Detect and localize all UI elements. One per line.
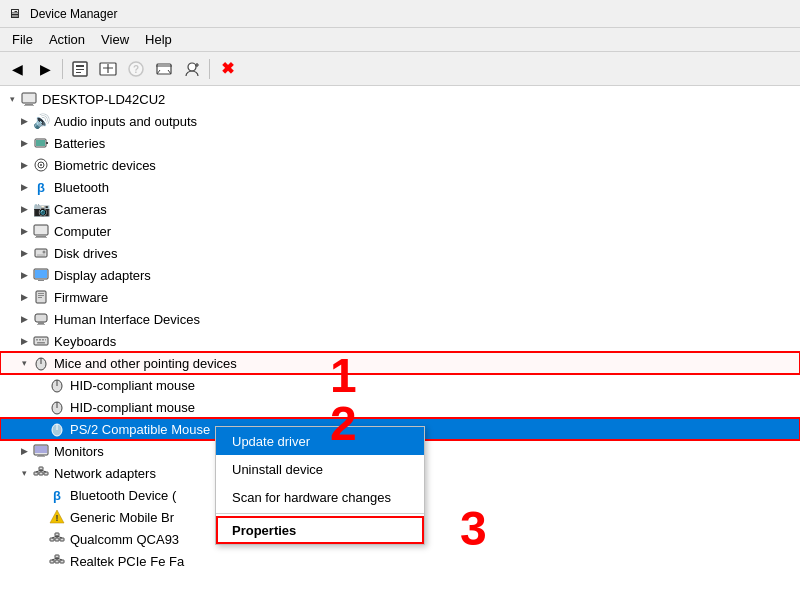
bluetooth-icon: β bbox=[32, 178, 50, 196]
svg-rect-21 bbox=[35, 249, 47, 257]
ps2-mouse-icon bbox=[48, 420, 66, 438]
tree-label-audio: Audio inputs and outputs bbox=[54, 114, 197, 129]
svg-rect-54 bbox=[39, 472, 43, 475]
title-bar-icon: 🖥 bbox=[8, 6, 24, 22]
expand-mice[interactable]: ▾ bbox=[16, 355, 32, 371]
batteries-icon bbox=[32, 134, 50, 152]
context-menu-scan-changes[interactable]: Scan for hardware changes bbox=[216, 483, 424, 511]
svg-rect-33 bbox=[37, 324, 45, 325]
tree-item-hid-mouse2[interactable]: ▶ HID-compliant mouse bbox=[0, 396, 800, 418]
disk-icon bbox=[32, 244, 50, 262]
update-button[interactable] bbox=[95, 56, 121, 82]
mice-icon bbox=[32, 354, 50, 372]
svg-point-17 bbox=[40, 164, 42, 166]
expand-hid[interactable]: ▶ bbox=[16, 311, 32, 327]
title-bar-text: Device Manager bbox=[30, 7, 117, 21]
cameras-icon: 📷 bbox=[32, 200, 50, 218]
expand-bluetooth[interactable]: ▶ bbox=[16, 179, 32, 195]
svg-rect-69 bbox=[50, 560, 54, 563]
add-device-button[interactable] bbox=[179, 56, 205, 82]
svg-rect-37 bbox=[42, 339, 44, 341]
expand-audio[interactable]: ▶ bbox=[16, 113, 32, 129]
svg-rect-30 bbox=[38, 297, 42, 298]
tree-label-computer: DESKTOP-LD42CU2 bbox=[42, 92, 165, 107]
expand-keyboards[interactable]: ▶ bbox=[16, 333, 32, 349]
tree-item-computer-cat[interactable]: ▶ Computer bbox=[0, 220, 800, 242]
svg-rect-63 bbox=[55, 538, 59, 541]
tree-label-biometric: Biometric devices bbox=[54, 158, 156, 173]
svg-rect-26 bbox=[38, 280, 44, 281]
svg-rect-50 bbox=[38, 455, 44, 456]
svg-rect-62 bbox=[50, 538, 54, 541]
context-menu-uninstall-device[interactable]: Uninstall device bbox=[216, 455, 424, 483]
svg-rect-32 bbox=[38, 322, 44, 324]
tree-item-display[interactable]: ▶ Display adapters bbox=[0, 264, 800, 286]
uninstall-button[interactable]: ? bbox=[123, 56, 149, 82]
tree-label-display: Display adapters bbox=[54, 268, 151, 283]
svg-rect-64 bbox=[60, 538, 64, 541]
hid-mouse1-icon bbox=[48, 376, 66, 394]
tree-label-disk: Disk drives bbox=[54, 246, 118, 261]
tree-item-cameras[interactable]: ▶ 📷 Cameras bbox=[0, 198, 800, 220]
tree-item-disk[interactable]: ▶ Disk drives bbox=[0, 242, 800, 264]
hid-mouse2-icon bbox=[48, 398, 66, 416]
expand-display[interactable]: ▶ bbox=[16, 267, 32, 283]
toolbar-separator-2 bbox=[209, 59, 210, 79]
svg-rect-52 bbox=[39, 467, 43, 470]
realtek-icon bbox=[48, 552, 66, 570]
svg-rect-68 bbox=[55, 555, 59, 558]
tree-label-bluetooth-device: Bluetooth Device ( bbox=[70, 488, 176, 503]
svg-rect-35 bbox=[36, 339, 38, 341]
tree-item-mice[interactable]: ▾ Mice and other pointing devices bbox=[0, 352, 800, 374]
menu-help[interactable]: Help bbox=[137, 30, 180, 49]
tree-label-realtek: Realtek PCIe Fe Fa bbox=[70, 554, 184, 569]
tree-item-keyboards[interactable]: ▶ Keyboards bbox=[0, 330, 800, 352]
context-menu-update-driver[interactable]: Update driver bbox=[216, 427, 424, 455]
menu-file[interactable]: File bbox=[4, 30, 41, 49]
menu-view[interactable]: View bbox=[93, 30, 137, 49]
bluetooth-device-icon: β bbox=[48, 486, 66, 504]
expand-monitors[interactable]: ▶ bbox=[16, 443, 32, 459]
tree-label-generic-mobile: Generic Mobile Br bbox=[70, 510, 174, 525]
svg-rect-29 bbox=[38, 295, 44, 296]
tree-item-computer[interactable]: ▾ DESKTOP-LD42CU2 bbox=[0, 88, 800, 110]
tree-label-batteries: Batteries bbox=[54, 136, 105, 151]
expand-computer[interactable]: ▾ bbox=[4, 91, 20, 107]
tree-item-realtek[interactable]: ▶ Realtek PCIe Fe Fa bbox=[0, 550, 800, 572]
tree-label-monitors: Monitors bbox=[54, 444, 104, 459]
back-button[interactable]: ◀ bbox=[4, 56, 30, 82]
tree-item-hid[interactable]: ▶ Human Interface Devices bbox=[0, 308, 800, 330]
properties-button[interactable] bbox=[67, 56, 93, 82]
tree-label-firmware: Firmware bbox=[54, 290, 108, 305]
tree-label-hid: Human Interface Devices bbox=[54, 312, 200, 327]
expand-network[interactable]: ▾ bbox=[16, 465, 32, 481]
svg-rect-36 bbox=[39, 339, 41, 341]
svg-rect-49 bbox=[35, 446, 47, 453]
tree-item-bluetooth[interactable]: ▶ β Bluetooth bbox=[0, 176, 800, 198]
expand-biometric[interactable]: ▶ bbox=[16, 157, 32, 173]
expand-disk[interactable]: ▶ bbox=[16, 245, 32, 261]
tree-item-batteries[interactable]: ▶ Batteries bbox=[0, 132, 800, 154]
context-menu: Update driver Uninstall device Scan for … bbox=[215, 426, 425, 545]
tree-item-hid-mouse1[interactable]: ▶ HID-compliant mouse bbox=[0, 374, 800, 396]
tree-view[interactable]: ▾ DESKTOP-LD42CU2 ▶ 🔊 Audio inputs and o… bbox=[0, 86, 800, 600]
menu-action[interactable]: Action bbox=[41, 30, 93, 49]
svg-rect-14 bbox=[36, 140, 45, 146]
context-menu-properties[interactable]: Properties bbox=[216, 516, 424, 544]
add-hardware-button[interactable] bbox=[151, 56, 177, 82]
expand-cameras[interactable]: ▶ bbox=[16, 201, 32, 217]
svg-rect-71 bbox=[60, 560, 64, 563]
svg-point-23 bbox=[43, 251, 46, 254]
generic-mobile-icon: ! bbox=[48, 508, 66, 526]
tree-item-biometric[interactable]: ▶ Biometric devices bbox=[0, 154, 800, 176]
tree-item-firmware[interactable]: ▶ Firmware bbox=[0, 286, 800, 308]
svg-rect-25 bbox=[35, 270, 47, 278]
svg-rect-3 bbox=[76, 72, 81, 73]
expand-batteries[interactable]: ▶ bbox=[16, 135, 32, 151]
expand-computer-cat[interactable]: ▶ bbox=[16, 223, 32, 239]
remove-button[interactable]: ✖ bbox=[214, 56, 240, 82]
tree-item-audio[interactable]: ▶ 🔊 Audio inputs and outputs bbox=[0, 110, 800, 132]
svg-rect-11 bbox=[24, 105, 34, 106]
forward-button[interactable]: ▶ bbox=[32, 56, 58, 82]
expand-firmware[interactable]: ▶ bbox=[16, 289, 32, 305]
